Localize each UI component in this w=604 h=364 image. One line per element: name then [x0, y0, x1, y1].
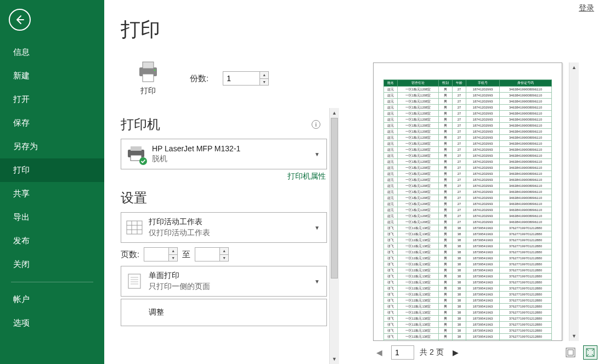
- page-from-spinner[interactable]: ▲▼: [144, 247, 178, 261]
- page-to-input[interactable]: [195, 248, 219, 261]
- preview-scrollbar[interactable]: ▲ ▼: [569, 62, 579, 341]
- margins-icon: [566, 348, 575, 357]
- table-row: 张飞一区11栋元138室男381873954196337627719970121…: [384, 255, 552, 261]
- svg-rect-2: [143, 74, 154, 82]
- table-row: 赵元一区1栋元1208室男271874120299334638419900809…: [384, 195, 552, 201]
- print-settings-column: 打印 打印 份数: ▲ ▼: [104, 0, 340, 364]
- print-what-sub: 仅打印活动工作表: [149, 228, 307, 238]
- print-button[interactable]: 打印: [121, 53, 176, 104]
- table-row: 赵元一区1栋元1208室男271874120299334638419900809…: [384, 219, 552, 225]
- svg-point-3: [154, 70, 156, 71]
- scroll-down-icon[interactable]: ▼: [330, 354, 339, 364]
- print-preview-column: 姓名宿舍住址性别年龄手机号身份证号码赵元一区1栋元1208室男271874120…: [340, 0, 604, 364]
- sidebar-item[interactable]: 共享: [0, 182, 104, 206]
- printer-properties-link[interactable]: 打印机属性: [121, 172, 326, 181]
- scroll-thumb[interactable]: [331, 118, 338, 278]
- copies-up[interactable]: ▲: [260, 72, 268, 79]
- svg-rect-8: [127, 221, 142, 234]
- table-row: 赵元一区1栋元1208室男271874120299334638419900809…: [384, 171, 552, 177]
- page-from-down[interactable]: ▼: [169, 255, 177, 261]
- svg-rect-5: [131, 146, 142, 151]
- table-row: 张飞一区11栋元138室男381873954196337627719970121…: [384, 334, 552, 340]
- table-row: 赵元一区1栋元1208室男271874120299334638419900809…: [384, 141, 552, 147]
- collate-title: 调整: [149, 308, 322, 317]
- collate-select[interactable]: 调整: [121, 299, 327, 326]
- sidebar-divider: [11, 282, 93, 282]
- table-row: 赵元一区1栋元1208室男271874120299334638419900809…: [384, 111, 552, 117]
- single-side-icon: [126, 272, 143, 290]
- scroll-up-icon[interactable]: ▲: [330, 108, 339, 118]
- sidebar: 信息新建打开保存另存为打印共享导出发布关闭 帐户选项: [0, 0, 104, 364]
- copies-down[interactable]: ▼: [260, 79, 268, 86]
- printer-info-icon[interactable]: i: [312, 120, 320, 129]
- sidebar-item[interactable]: 打印: [0, 158, 104, 182]
- sidebar-item[interactable]: 发布: [0, 229, 104, 253]
- print-button-label: 打印: [140, 86, 156, 96]
- settings-section-header: 设置: [121, 189, 327, 207]
- table-row: 赵元一区1栋元1208室男271874120299334638419900809…: [384, 135, 552, 141]
- page-from-input[interactable]: [144, 248, 168, 261]
- table-row: 张飞一区11栋元138室男381873954196337627719970121…: [384, 298, 552, 304]
- svg-rect-1: [143, 62, 154, 69]
- status-check-icon: [139, 157, 148, 166]
- page-to-down[interactable]: ▼: [220, 255, 228, 261]
- preview-page: 姓名宿舍住址性别年龄手机号身份证号码赵元一区1栋元1208室男271874120…: [373, 62, 562, 341]
- table-row: 张飞一区11栋元138室男381873954196337627719970121…: [384, 292, 552, 298]
- printer-icon: [136, 61, 160, 83]
- sidebar-item[interactable]: 另存为: [0, 135, 104, 158]
- table-row: 张飞一区11栋元138室男381873954196337627719970121…: [384, 280, 552, 286]
- table-row: 赵元一区1栋元1208室男271874120299334638419900809…: [384, 159, 552, 165]
- prev-page-button[interactable]: ◀: [373, 346, 386, 359]
- next-page-button[interactable]: ▶: [449, 346, 462, 359]
- scroll-up-icon[interactable]: ▲: [569, 62, 579, 72]
- show-margins-button[interactable]: [563, 345, 578, 360]
- pages-label: 页数:: [121, 249, 139, 260]
- print-what-select[interactable]: 打印活动工作表 仅打印活动工作表 ▼: [121, 212, 327, 243]
- zoom-to-page-button[interactable]: [583, 345, 597, 360]
- table-row: 张飞一区11栋元138室男381873954196337627719970121…: [384, 237, 552, 243]
- collate-icon: [126, 304, 143, 321]
- svg-rect-13: [128, 274, 140, 288]
- total-pages-label: 共 2 页: [420, 348, 444, 357]
- sidebar-item[interactable]: 导出: [0, 206, 104, 229]
- sidebar-item[interactable]: 保存: [0, 111, 104, 135]
- copies-spinner[interactable]: ▲ ▼: [223, 71, 269, 86]
- table-row: 赵元一区1栋元1208室男271874120299334638419900809…: [384, 87, 552, 93]
- preview-table: 姓名宿舍住址性别年龄手机号身份证号码赵元一区1栋元1208室男271874120…: [383, 79, 552, 341]
- sidebar-item[interactable]: 打开: [0, 88, 104, 111]
- table-row: 张飞一区11栋元138室男381873954196337627719970121…: [384, 261, 552, 268]
- table-row: 赵元一区1栋元1208室男271874120299334638419900809…: [384, 129, 552, 135]
- printer-status: 脱机: [152, 154, 307, 164]
- copies-input[interactable]: [223, 72, 259, 85]
- page-from-up[interactable]: ▲: [169, 248, 177, 255]
- sheets-icon: [126, 219, 143, 236]
- table-row: 张飞一区11栋元138室男381873954196337627719970121…: [384, 328, 552, 334]
- page-to-spinner[interactable]: ▲▼: [195, 247, 229, 261]
- copies-label: 份数:: [190, 73, 208, 84]
- table-row: 赵元一区1栋元1208室男271874120299334638419900809…: [384, 165, 552, 171]
- table-row: 赵元一区1栋元1208室男271874120299334638419900809…: [384, 147, 552, 153]
- sidebar-item[interactable]: 新建: [0, 64, 104, 88]
- sides-select[interactable]: 单面打印 只打印一侧的页面 ▼: [121, 266, 327, 297]
- login-link[interactable]: 登录: [579, 3, 594, 13]
- table-row: 张飞一区11栋元138室男381873954196337627719970121…: [384, 316, 552, 322]
- sides-title: 单面打印: [149, 271, 307, 281]
- table-row: 赵元一区1栋元1208室男271874120299334638419900809…: [384, 105, 552, 111]
- pages-to-label: 至: [182, 249, 190, 260]
- back-button[interactable]: [9, 9, 31, 31]
- main-area: 登录 打印 打印 份数: ▲: [104, 0, 604, 364]
- sidebar-item[interactable]: 关闭: [0, 253, 104, 276]
- printer-select[interactable]: HP LaserJet MFP M132-1 脱机 ▼: [121, 139, 327, 169]
- page-to-up[interactable]: ▲: [220, 248, 228, 255]
- sidebar-item[interactable]: 信息: [0, 41, 104, 64]
- sidebar-item[interactable]: 选项: [0, 311, 104, 335]
- sidebar-item[interactable]: 帐户: [0, 288, 104, 311]
- sides-sub: 只打印一侧的页面: [149, 282, 307, 292]
- current-page-input[interactable]: [391, 345, 414, 360]
- scroll-down-icon[interactable]: ▼: [569, 331, 579, 341]
- table-row: 张飞一区11栋元138室男381873954196337627719970121…: [384, 274, 552, 280]
- settings-scrollbar[interactable]: ▲ ▼: [329, 108, 339, 364]
- table-row: 张飞一区11栋元138室男381873954196337627719970121…: [384, 304, 552, 310]
- print-what-title: 打印活动工作表: [149, 217, 307, 227]
- table-row: 赵元一区1栋元1208室男271874120299334638419900809…: [384, 213, 552, 219]
